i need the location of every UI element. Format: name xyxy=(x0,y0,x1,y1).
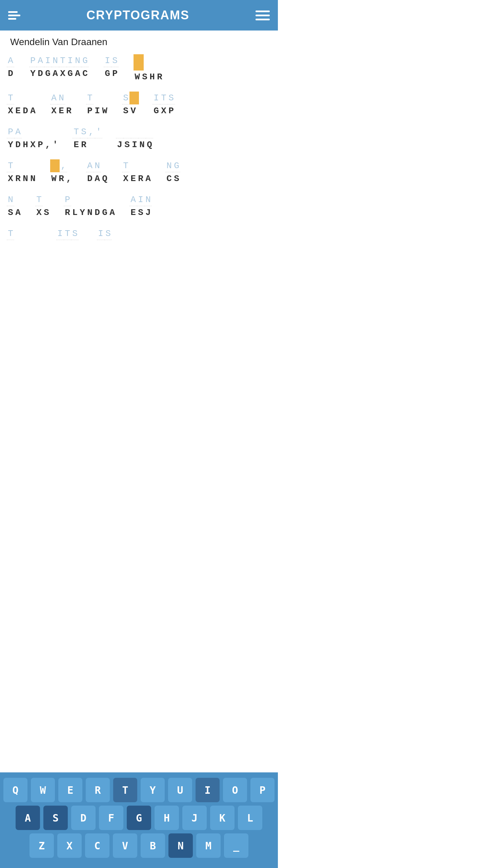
word-pair[interactable]: I S G P xyxy=(104,54,119,83)
encoded-char: E xyxy=(129,206,137,219)
decoded-char: A xyxy=(86,159,94,172)
word-pair-gold[interactable]: S S V xyxy=(122,92,139,117)
decoded-char: S xyxy=(104,227,112,240)
decoded-char: N xyxy=(165,159,173,172)
word-pair[interactable]: T X E D A xyxy=(7,92,37,117)
encoded-char: A xyxy=(74,67,81,80)
encoded-char: S xyxy=(173,172,180,185)
encoded-char: R xyxy=(65,104,73,117)
encoded-char: X xyxy=(35,206,43,219)
word-pair[interactable]: P A Y D H X P , ' xyxy=(7,125,59,151)
encoded-char: C xyxy=(165,172,173,185)
encoded-char: W xyxy=(50,172,58,185)
encoded-char: P xyxy=(37,138,44,151)
encoded-char: H xyxy=(22,138,29,151)
word-pair[interactable]: P R L Y N D G A xyxy=(64,193,116,219)
encoded-char: A xyxy=(29,104,37,117)
decoded-char: I xyxy=(104,54,111,67)
decoded-char xyxy=(131,125,138,138)
decoded-char: I xyxy=(66,54,74,67)
author-name: Wendelin Van Draanen xyxy=(0,31,278,51)
decoded-char: I xyxy=(137,193,144,206)
word-pair[interactable]: A D xyxy=(7,54,14,83)
decoded-char: T xyxy=(73,125,80,138)
encoded-char: P xyxy=(111,67,119,80)
encoded-char: G xyxy=(101,206,108,219)
word-pair[interactable]: T P I W xyxy=(86,92,108,117)
decoded-char: G xyxy=(173,159,180,172)
encoded-char: A xyxy=(144,172,152,185)
app-title: Cryptograms xyxy=(86,8,189,22)
encoded-char: N xyxy=(86,206,94,219)
word-pair[interactable]: A N D A Q xyxy=(86,159,108,185)
word-pair[interactable]: P A I N T I N G Y D G A X G A C xyxy=(29,54,89,83)
decoded-char: P xyxy=(29,54,37,67)
word-pair-its[interactable]: I T S G X P xyxy=(152,92,175,117)
encoded-char: S xyxy=(141,71,148,83)
decoded-char: N xyxy=(7,193,14,206)
decoded-char: P xyxy=(7,125,14,138)
word-pair[interactable]: T S , ' E R xyxy=(73,125,102,151)
decoded-char xyxy=(123,125,131,138)
encoded-char: N xyxy=(22,172,29,185)
puzzle-line-1: A D P A I N T I N G Y D G A xyxy=(7,54,271,83)
encoded-char: J xyxy=(116,138,123,151)
encoded-char: W xyxy=(134,71,141,83)
encoded-char: S xyxy=(43,206,50,219)
encoded-char: V xyxy=(129,104,137,117)
word-pair[interactable]: N S A xyxy=(7,193,22,219)
decoded-char: N xyxy=(58,92,65,104)
decoded-char: A xyxy=(129,193,137,206)
encoded-char: C xyxy=(81,67,89,80)
encoded-char: Q xyxy=(146,138,153,151)
decoded-char xyxy=(138,125,146,138)
decoded-char: T xyxy=(86,92,94,104)
decoded-char-gold xyxy=(134,54,144,71)
encoded-char: S xyxy=(7,206,14,219)
encoded-char: P xyxy=(167,104,175,117)
encoded-char: G xyxy=(104,67,111,80)
word-pair[interactable]: A N X E R xyxy=(50,92,73,117)
decoded-char: I xyxy=(56,227,64,240)
word-pair[interactable]: T X R N N xyxy=(7,159,37,185)
encoded-char xyxy=(97,240,104,253)
decoded-char: P xyxy=(64,193,71,206)
encoded-char: X xyxy=(160,104,167,117)
word-pair[interactable]: I S xyxy=(97,227,112,253)
decoded-char: ' xyxy=(95,125,102,138)
word-pair[interactable]: T X S xyxy=(35,193,50,219)
encoded-char: A xyxy=(52,67,59,80)
encoded-char: Y xyxy=(79,206,86,219)
decoded-char: I xyxy=(152,92,160,104)
encoded-char: R xyxy=(156,71,163,83)
word-pair[interactable]: I T S xyxy=(56,227,79,253)
encoded-char: A xyxy=(94,172,101,185)
word-pair-gold[interactable]: , W R , xyxy=(50,159,73,185)
encoded-char: N xyxy=(138,138,146,151)
encoded-char: D xyxy=(86,172,94,185)
hamburger-menu-icon[interactable] xyxy=(256,11,270,20)
encoded-char: R xyxy=(80,138,87,151)
encoded-char: D xyxy=(7,67,14,80)
encoded-char: G xyxy=(66,67,74,80)
encoded-char: I xyxy=(94,104,101,117)
word-pair[interactable]: A I N E S J xyxy=(129,193,152,219)
encoded-char: A xyxy=(14,206,22,219)
encoded-char: A xyxy=(108,206,116,219)
encoded-char: E xyxy=(14,104,22,117)
bar-chart-icon[interactable] xyxy=(8,11,20,20)
decoded-char: I xyxy=(44,54,52,67)
encoded-char: N xyxy=(29,172,37,185)
decoded-char: A xyxy=(7,54,14,67)
word-pair[interactable]: T X E R A xyxy=(122,159,152,185)
word-pair[interactable]: N G C S xyxy=(165,159,180,185)
app-header: Cryptograms xyxy=(0,0,278,31)
encoded-char: W xyxy=(101,104,108,117)
decoded-char xyxy=(116,125,123,138)
encoded-char: X xyxy=(122,172,129,185)
encoded-char: P xyxy=(86,104,94,117)
word-pair[interactable]: J S I N Q xyxy=(116,125,153,151)
word-pair[interactable]: T xyxy=(7,227,14,253)
decoded-char: T xyxy=(122,159,129,172)
word-pair-gold[interactable]: W S H R xyxy=(134,54,163,83)
